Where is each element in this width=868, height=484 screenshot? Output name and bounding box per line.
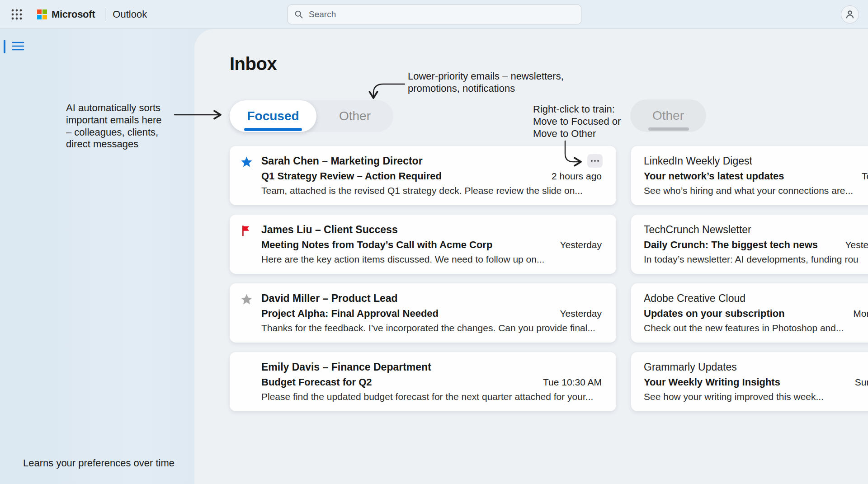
more-options-button[interactable] (587, 154, 603, 168)
email-time: Today (853, 171, 868, 182)
email-preview: Here are the key action items discussed.… (261, 254, 602, 265)
email-time: Monday (844, 308, 868, 319)
email-subject: Your network’s latest updates (644, 170, 784, 182)
email-card[interactable]: TechCrunch Newsletter Daily Crunch: The … (631, 215, 868, 274)
email-time: Tue 10:30 AM (534, 377, 602, 388)
annotation-other-note: Lower-priority emails – newsletters, pro… (408, 70, 580, 95)
star-icon[interactable] (241, 156, 253, 168)
hamburger-icon (12, 41, 25, 52)
other-email-list: LinkedIn Weekly Digest Your network’s la… (631, 146, 868, 411)
page-title: Inbox (230, 54, 277, 74)
tab-other-right-underline (648, 127, 689, 131)
search-input[interactable] (309, 9, 575, 19)
flag-icon[interactable] (241, 225, 252, 237)
email-card[interactable]: Adobe Creative Cloud Updates on your sub… (631, 283, 868, 343)
email-preview: Check out the new features in Photoshop … (644, 323, 868, 334)
tab-other[interactable]: Other (316, 100, 393, 132)
person-icon (844, 9, 855, 20)
tab-focused[interactable]: Focused (230, 100, 316, 132)
email-card[interactable]: Sarah Chen – Marketing Director Q1 Strat… (230, 146, 616, 205)
email-card[interactable]: LinkedIn Weekly Digest Your network’s la… (631, 146, 868, 205)
email-preview: In today’s newsletter: AI developments, … (644, 254, 868, 265)
email-sender: Adobe Creative Cloud (644, 292, 868, 305)
inbox-tab-group: Focused Other (230, 100, 393, 132)
email-sender: LinkedIn Weekly Digest (644, 155, 868, 167)
email-card[interactable]: David Miller – Product Lead Project Alph… (230, 283, 616, 343)
main-panel: Inbox Lower-priority emails – newsletter… (194, 29, 868, 484)
waffle-icon (11, 9, 23, 20)
email-sender: David Miller – Product Lead (261, 292, 602, 305)
search-bar[interactable] (288, 5, 581, 24)
tab-other-right[interactable]: Other (630, 99, 706, 132)
email-sender: Emily Davis – Finance Department (261, 361, 602, 373)
email-subject: Your Weekly Writing Insights (644, 376, 780, 388)
email-preview: Thanks for the feedback. I’ve incorporat… (261, 323, 602, 334)
nav-accent-bar (4, 40, 5, 53)
email-preview: Please find the updated budget forecast … (261, 391, 602, 402)
microsoft-logo: Microsoft (37, 9, 95, 20)
tab-other-right-label: Other (652, 108, 684, 123)
email-subject: Daily Crunch: The biggest tech news (644, 239, 818, 251)
email-preview: See who’s hiring and what your connectio… (644, 185, 868, 196)
microsoft-squares-icon (37, 9, 47, 19)
email-sender: Grammarly Updates (644, 361, 868, 373)
annotation-learns-note: Learns your preferences over time (23, 457, 175, 469)
brand-name: Microsoft (52, 9, 95, 20)
star-icon[interactable] (241, 293, 253, 305)
focused-email-list: Sarah Chen – Marketing Director Q1 Strat… (230, 146, 616, 411)
email-subject: Updates on your subscription (644, 308, 785, 320)
email-time: Yesterday (551, 240, 602, 250)
email-time: Yesterday (551, 308, 602, 319)
account-button[interactable] (841, 5, 859, 23)
ellipsis-icon (590, 160, 599, 162)
email-card[interactable]: James Liu – Client Success Meeting Notes… (230, 215, 616, 274)
icon-spacer (241, 361, 261, 402)
email-subject: Budget Forecast for Q2 (261, 376, 372, 388)
email-sender: TechCrunch Newsletter (644, 224, 868, 236)
email-time: Yesterday (836, 240, 868, 250)
tab-focused-underline (244, 128, 302, 131)
email-subject: Project Alpha: Final Approval Needed (261, 308, 439, 320)
search-icon (294, 10, 303, 19)
email-subject: Q1 Strategy Review – Action Required (261, 170, 442, 182)
sidebar: AI automatically sorts important emails … (0, 29, 201, 484)
brand-divider (105, 8, 105, 21)
product-name: Outlook (113, 9, 147, 20)
email-card[interactable]: Grammarly Updates Your Weekly Writing In… (631, 352, 868, 411)
app-launcher-button[interactable] (9, 7, 24, 22)
menu-button[interactable] (11, 40, 26, 53)
email-time: Sunday (846, 377, 868, 388)
tab-focused-label: Focused (247, 109, 299, 123)
email-preview: Team, attached is the revised Q1 strateg… (261, 185, 602, 196)
email-subject: Meeting Notes from Today’s Call with Acm… (261, 239, 492, 251)
email-sender: Sarah Chen – Marketing Director (261, 155, 602, 167)
annotation-focused-note: AI automatically sorts important emails … (66, 102, 179, 150)
email-sender: James Liu – Client Success (261, 224, 602, 236)
email-time: 2 hours ago (542, 171, 602, 182)
email-preview: See how your writing improved this week.… (644, 391, 868, 402)
topbar: Microsoft Outlook (0, 0, 868, 29)
email-card[interactable]: Emily Davis – Finance Department Budget … (230, 352, 616, 411)
